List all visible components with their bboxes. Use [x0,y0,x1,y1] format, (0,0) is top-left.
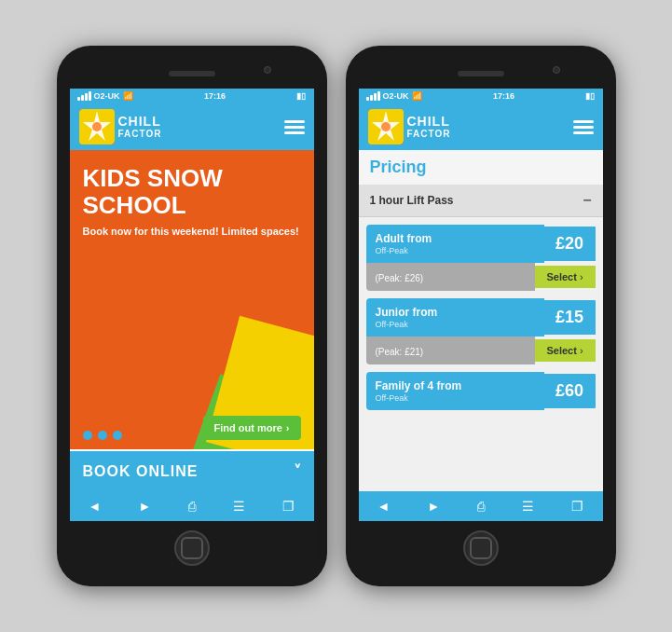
find-out-more-arrow: › [286,422,290,433]
book-online-bar[interactable]: BOOK ONLINE ˅ [70,449,314,491]
pricing-item-adult: Adult from Off-Peak £20 (Peak: £26) Sele… [366,225,596,291]
hamburger-line-3 [284,131,305,134]
hero-title: KIDS SNOW SCHOOL [83,165,301,218]
pricing-item-adult-label: Adult from Off-Peak [366,225,544,263]
pricing-junior-select-button[interactable]: Select › [535,339,596,362]
left-phone: O2-UK 📶 17:16 ▮▯ CHILL FACTOR [57,46,327,586]
pricing-adult-select-button[interactable]: Select › [535,266,596,288]
share-button-right[interactable]: ⎙ [473,497,488,515]
pricing-item-junior: Junior from Off-Peak £15 (Peak: £21) Sel… [366,298,596,364]
pricing-adult-name: Adult from [376,232,535,245]
hamburger-right[interactable] [573,120,594,134]
status-bar-right-info: O2-UK 📶 [366,91,422,101]
pricing-adult-select-arrow: › [580,271,583,282]
find-out-more-button[interactable]: Find out more › [203,416,301,440]
forward-button-left[interactable]: ► [134,497,155,515]
hamburger-left[interactable] [284,120,305,134]
hero-dot-3 [113,431,122,440]
carrier-right: O2-UK [383,91,409,101]
pricing-item-junior-bottom: (Peak: £21) Select › [366,337,596,364]
signal-bar-r2 [370,95,373,101]
hero-subtitle: Book now for this weekend! Limited space… [83,226,301,237]
left-screen: O2-UK 📶 17:16 ▮▯ CHILL FACTOR [70,89,314,521]
hamburger-line-r3 [573,131,594,134]
signal-bars-right [366,91,380,101]
pricing-family-name: Family of 4 from [376,379,535,392]
battery-icon-right: ▮▯ [585,91,595,101]
logo-chill-right: CHILL [407,115,451,129]
logo-svg-right [368,109,404,144]
tabs-button-left[interactable]: ❐ [279,497,298,515]
pricing-adult-price: £20 [544,227,596,261]
status-bar-left: O2-UK 📶 17:16 ▮▯ [70,89,314,103]
status-bar-right: O2-UK 📶 17:16 ▮▯ [359,89,603,103]
signal-bar-1 [77,97,80,101]
forward-button-right[interactable]: ► [423,497,444,515]
find-out-more-label: Find out more [214,422,282,433]
right-screen: O2-UK 📶 17:16 ▮▯ CHILL FACTOR [359,89,603,521]
phone-bottom-left [70,521,314,570]
logo-factor-left: FACTOR [118,129,162,139]
phone-bottom-right [359,521,603,570]
svg-point-2 [92,122,102,131]
pricing-item-family-label: Family of 4 from Off-Peak [366,372,544,410]
bookmarks-button-left[interactable]: ☰ [229,497,249,515]
logo-factor-right: FACTOR [407,129,451,139]
phone-speaker [169,71,215,76]
pricing-junior-select-label: Select [546,345,576,356]
book-online-label: BOOK ONLINE [83,463,199,480]
back-button-right[interactable]: ◄ [374,497,394,515]
home-button-left[interactable] [174,530,210,566]
logo-text-left: CHILL FACTOR [118,115,162,139]
pricing-junior-price: £15 [544,300,596,335]
logo-text-right: CHILL FACTOR [407,115,451,139]
pricing-content: 1 hour Lift Pass − Adult from Off-Peak £… [359,185,603,491]
signal-bars [77,91,91,101]
tabs-button-right[interactable]: ❐ [568,497,587,515]
home-button-inner-left [181,537,203,559]
pricing-item-junior-label: Junior from Off-Peak [366,298,544,337]
lift-pass-collapse-icon: − [583,192,591,209]
logo-svg-left [79,109,115,144]
app-header-left: CHILL FACTOR [70,103,314,150]
wifi-icon-right: 📶 [412,91,422,101]
status-bar-left-info: O2-UK 📶 [77,91,133,101]
logo-icon-left [79,109,115,144]
signal-bar-r3 [374,93,377,101]
logo-chill-left: CHILL [118,115,162,129]
lift-pass-header[interactable]: 1 hour Lift Pass − [359,185,603,217]
pricing-junior-peak-text: (Peak: £21) [376,347,424,357]
pricing-junior-name: Junior from [376,306,535,319]
pricing-junior-sub: Off-Peak [376,320,535,329]
logo-icon-right [368,109,404,144]
pricing-junior-peak: (Peak: £21) [366,337,535,364]
home-button-right[interactable] [463,530,499,566]
wifi-icon-left: 📶 [123,91,133,101]
pricing-adult-select-label: Select [546,271,576,282]
hero-content: KIDS SNOW SCHOOL Book now for this weeke… [83,165,301,237]
signal-bar-4 [89,91,91,101]
share-button-left[interactable]: ⎙ [185,497,199,515]
battery-icon-left: ▮▯ [296,91,306,101]
pricing-item-family-top: Family of 4 from Off-Peak £60 [366,372,596,410]
signal-bar-3 [85,93,88,101]
time-right: 17:16 [493,91,514,101]
signal-bar-r4 [377,91,380,101]
pricing-item-adult-top: Adult from Off-Peak £20 [366,225,596,263]
logo-right: CHILL FACTOR [368,109,451,144]
hero-dot-2 [98,431,107,440]
app-header-right: CHILL FACTOR [359,103,603,150]
browser-bar-left: ◄ ► ⎙ ☰ ❐ [70,491,314,521]
hamburger-line-r2 [573,126,594,129]
bookmarks-button-right[interactable]: ☰ [518,497,538,515]
phone-top-bar-right [359,62,603,85]
carrier-left: O2-UK [94,91,120,101]
phone-camera [264,66,271,74]
back-button-left[interactable]: ◄ [85,497,105,515]
signal-bar-r1 [366,97,369,101]
pricing-item-family: Family of 4 from Off-Peak £60 [366,372,596,410]
home-button-inner-right [470,537,492,559]
time-left: 17:16 [204,91,226,101]
pricing-family-sub: Off-Peak [376,393,535,403]
pricing-family-price: £60 [544,374,596,408]
